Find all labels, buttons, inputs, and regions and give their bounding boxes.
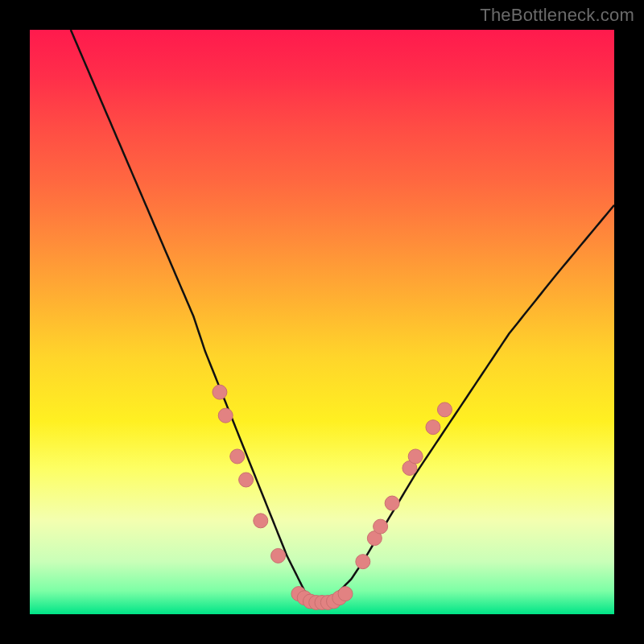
- curve-marker: [291, 587, 306, 601]
- curve-marker: [385, 496, 399, 510]
- curve-markers: [30, 30, 614, 614]
- curve-marker: [230, 449, 245, 464]
- attribution-text: TheBottleneck.com: [480, 5, 634, 26]
- chart-frame: TheBottleneck.com: [0, 0, 644, 644]
- curve-marker: [367, 531, 382, 546]
- curve-marker: [315, 595, 329, 609]
- curve-marker: [297, 591, 312, 605]
- curve-marker: [408, 449, 423, 464]
- curve-marker: [309, 595, 324, 609]
- plot-area: [30, 30, 614, 614]
- curve-marker: [332, 591, 347, 605]
- curve-marker: [338, 587, 353, 601]
- curve-marker: [303, 594, 317, 609]
- curve-marker: [356, 555, 370, 569]
- bottleneck-curve: [30, 30, 614, 614]
- curve-marker: [426, 420, 440, 435]
- curve-marker: [320, 595, 335, 609]
- curve-marker: [402, 461, 417, 476]
- curve-marker: [327, 594, 341, 609]
- curve-marker: [254, 514, 268, 528]
- curve-marker: [374, 519, 388, 534]
- curve-marker: [239, 473, 254, 487]
- curve-marker: [218, 408, 233, 423]
- curve-marker: [271, 548, 286, 563]
- curve-marker: [437, 402, 452, 417]
- curve-marker: [213, 385, 227, 399]
